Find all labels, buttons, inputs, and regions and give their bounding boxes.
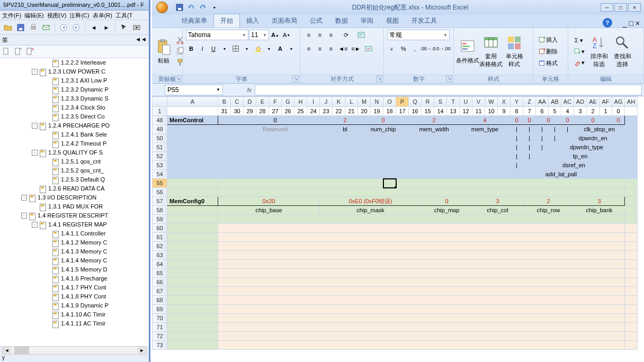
- tree-toggle-icon[interactable]: -: [32, 69, 38, 75]
- row-header[interactable]: 54: [153, 170, 167, 179]
- bookmark-node[interactable]: 1.2.3.3 Dynamic S: [0, 94, 149, 103]
- bookmark-node[interactable]: 1.2.5.1 qos_cnt: [0, 157, 149, 166]
- column-header[interactable]: V: [472, 97, 485, 107]
- align-top-icon[interactable]: ≡: [303, 30, 314, 40]
- ribbon-tab[interactable]: 公式: [303, 14, 329, 28]
- tree-toggle-icon[interactable]: -: [32, 123, 38, 129]
- bookmark-node[interactable]: 1.2.5.2 qos_cnt_: [0, 166, 149, 175]
- pdf-menu-item[interactable]: 文件(F): [2, 12, 21, 19]
- bookmark-node[interactable]: 1.4.1.3 Memory C: [0, 247, 149, 256]
- decrease-decimal-icon[interactable]: .0→.00: [436, 43, 451, 54]
- underline-more-icon[interactable]: ▾: [219, 43, 230, 54]
- format-button[interactable]: 格式: [536, 58, 566, 68]
- bookmarks-tree[interactable]: 1.2.2.2 Interleave-1.2.3 LOW POWER C1.2.…: [0, 58, 149, 346]
- bookmark-node[interactable]: 1.4.1.5 Memory D: [0, 265, 149, 274]
- select-icon[interactable]: [118, 22, 130, 33]
- border-icon[interactable]: [230, 43, 241, 54]
- column-header[interactable]: C: [231, 97, 244, 107]
- ribbon-tab[interactable]: 开始: [213, 14, 240, 28]
- bookmark-node[interactable]: 1.4.1.6 Precharge: [0, 274, 149, 283]
- bookmark-node[interactable]: 1.4.1.9 Dynamic P: [0, 301, 149, 310]
- next-page-icon[interactable]: [70, 22, 82, 33]
- bookmark-node[interactable]: 1.4.1.1 Controller: [0, 229, 149, 238]
- bookmark-node[interactable]: 1.2.3.2 Dynamic P: [0, 85, 149, 94]
- scroll-thumb[interactable]: [14, 347, 29, 354]
- row-header[interactable]: 70: [153, 314, 167, 323]
- align-middle-icon[interactable]: ≡: [315, 30, 325, 40]
- row-header[interactable]: 64: [153, 260, 167, 269]
- ribbon-tab[interactable]: 数据: [329, 14, 354, 28]
- bookmark-node[interactable]: -1.4.1 REGISTER MAP: [0, 220, 149, 229]
- column-header[interactable]: U: [460, 97, 472, 107]
- row-header[interactable]: 62: [153, 242, 167, 251]
- close-button[interactable]: ×: [628, 3, 641, 12]
- column-header[interactable]: L: [345, 97, 358, 107]
- dialog-launcher-icon[interactable]: ↘: [292, 76, 299, 82]
- bookmark-node[interactable]: 1.2.3.5 Direct Co: [0, 112, 149, 121]
- column-header[interactable]: I: [307, 97, 320, 107]
- ribbon-tab[interactable]: 视图: [380, 14, 405, 28]
- column-header[interactable]: H: [294, 97, 307, 107]
- print-icon[interactable]: [28, 22, 39, 33]
- merge-cells-icon[interactable]: [363, 43, 374, 54]
- font-color-icon[interactable]: A: [275, 43, 285, 54]
- insert-button[interactable]: +插入: [536, 34, 566, 45]
- row-header[interactable]: 65: [153, 269, 167, 278]
- workbook-window-buttons[interactable]: _ □ ×: [623, 19, 640, 28]
- row-header[interactable]: 63: [153, 251, 167, 260]
- column-header[interactable]: P: [396, 97, 409, 107]
- fill-color-icon[interactable]: [253, 43, 263, 54]
- bookmark-node[interactable]: 1.4.1.7 PHY Cont: [0, 283, 149, 292]
- row-header[interactable]: 50: [153, 134, 167, 143]
- forward-icon[interactable]: ►: [101, 22, 112, 33]
- column-header[interactable]: E: [256, 97, 269, 107]
- save-icon[interactable]: [174, 2, 185, 13]
- pdf-menu-item[interactable]: 编辑(E): [24, 12, 44, 19]
- bookmark-node[interactable]: 1.2.5.3 Default Q: [0, 175, 149, 184]
- qat-more-icon[interactable]: ▾: [209, 2, 220, 13]
- column-header[interactable]: M: [358, 97, 371, 107]
- grow-font-icon[interactable]: A▲: [270, 30, 281, 40]
- formula-input[interactable]: [255, 85, 642, 95]
- row-header[interactable]: 66: [153, 278, 167, 287]
- cell-styles-button[interactable]: 单元格 样式: [504, 34, 525, 68]
- format-as-table-button[interactable]: 套用 表格格式: [480, 34, 502, 68]
- row-header[interactable]: 52: [153, 152, 167, 161]
- name-box[interactable]: P55▼: [165, 85, 223, 95]
- column-header[interactable]: N: [371, 97, 383, 107]
- tree-toggle-icon[interactable]: -: [32, 150, 38, 156]
- column-header[interactable]: AE: [587, 97, 600, 107]
- fill-icon[interactable]: ▾: [571, 46, 586, 57]
- row-header[interactable]: 1: [153, 107, 167, 116]
- prev-page-icon[interactable]: [58, 22, 69, 33]
- font-color-more-icon[interactable]: ▾: [286, 43, 297, 54]
- clear-icon[interactable]: ▾: [571, 57, 586, 68]
- bookmark-node[interactable]: -1.3 I/O DESCRIPTION: [0, 193, 149, 202]
- row-header[interactable]: 72: [153, 332, 167, 341]
- horizontal-scrollbar[interactable]: ◄ ►: [2, 346, 147, 355]
- row-header[interactable]: 58: [153, 206, 167, 215]
- column-header[interactable]: K: [333, 97, 345, 107]
- save-icon[interactable]: [15, 22, 26, 33]
- scroll-left-icon[interactable]: ◄: [3, 347, 11, 354]
- mail-icon[interactable]: [40, 22, 52, 33]
- percent-icon[interactable]: %: [398, 43, 409, 54]
- ribbon-tab[interactable]: 开发工具: [405, 14, 443, 28]
- column-header[interactable]: AB: [549, 97, 561, 107]
- bookmark-node[interactable]: 1.2.2.2 Interleave: [0, 58, 149, 67]
- row-header[interactable]: 60: [153, 224, 167, 233]
- delete-bookmark-icon[interactable]: ×: [25, 47, 34, 57]
- row-header[interactable]: 73: [153, 341, 167, 350]
- column-header[interactable]: X: [498, 97, 511, 107]
- tree-toggle-icon[interactable]: -: [32, 222, 38, 228]
- italic-button[interactable]: I: [197, 43, 208, 54]
- ribbon-tab[interactable]: 经典菜单: [175, 14, 213, 28]
- column-header[interactable]: S: [434, 97, 447, 107]
- bookmark-node[interactable]: 1.4.1.10 AC Timir: [0, 310, 149, 319]
- collapse-panel-icon[interactable]: ◄◄: [135, 36, 147, 42]
- column-header[interactable]: Q: [409, 97, 422, 107]
- bookmark-node[interactable]: 1.2.4.2 Timeout P: [0, 139, 149, 148]
- column-header[interactable]: G: [282, 97, 294, 107]
- tree-toggle-icon[interactable]: -: [21, 213, 27, 219]
- column-header[interactable]: J: [320, 97, 333, 107]
